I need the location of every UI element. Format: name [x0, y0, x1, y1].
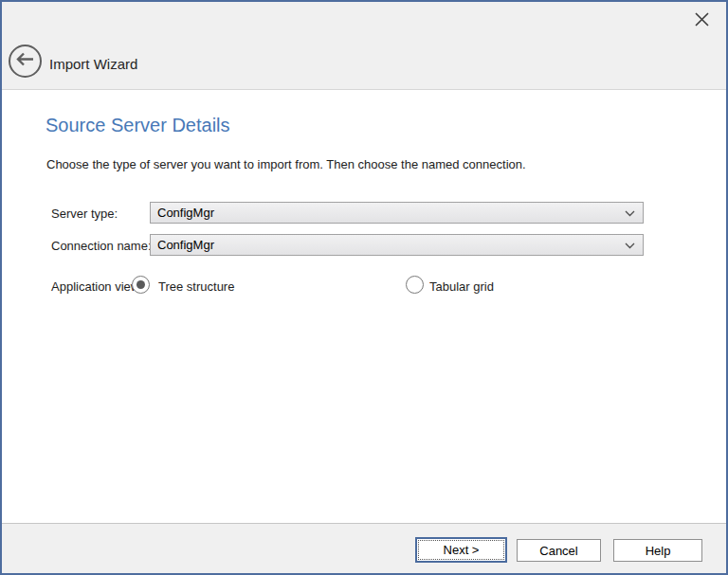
- wizard-header: Import Wizard: [2, 2, 726, 90]
- connection-name-value: ConfigMgr: [157, 238, 214, 252]
- application-view-label: Application view:: [51, 279, 143, 294]
- page-description: Choose the type of server you want to im…: [46, 157, 526, 171]
- server-type-dropdown[interactable]: ConfigMgr: [150, 202, 644, 224]
- help-button[interactable]: Help: [613, 539, 702, 562]
- radio-tree-structure-label[interactable]: Tree structure: [158, 279, 234, 294]
- radio-tabular-grid-label[interactable]: Tabular grid: [429, 279, 494, 294]
- close-button[interactable]: [690, 9, 713, 32]
- cancel-button[interactable]: Cancel: [517, 539, 601, 562]
- help-button-label: Help: [646, 544, 671, 558]
- connection-name-label: Connection name:: [51, 239, 152, 253]
- connection-name-dropdown[interactable]: ConfigMgr: [150, 234, 644, 256]
- server-type-label: Server type:: [51, 207, 118, 221]
- back-button[interactable]: [9, 45, 42, 78]
- import-wizard-window: Import Wizard Source Server Details Choo…: [0, 0, 728, 575]
- server-type-value: ConfigMgr: [157, 206, 214, 220]
- page-title: Source Server Details: [46, 115, 230, 136]
- wizard-footer: Next > Cancel Help: [2, 523, 726, 573]
- chevron-down-icon: [625, 243, 635, 249]
- next-button-label: Next >: [444, 543, 480, 557]
- back-arrow-icon: [16, 52, 34, 70]
- radio-tree-structure[interactable]: [132, 276, 150, 294]
- radio-tabular-grid[interactable]: [406, 276, 424, 294]
- cancel-button-label: Cancel: [539, 544, 577, 558]
- chevron-down-icon: [625, 210, 635, 217]
- wizard-title: Import Wizard: [49, 56, 137, 72]
- close-icon: [694, 11, 710, 31]
- next-button[interactable]: Next >: [415, 537, 507, 563]
